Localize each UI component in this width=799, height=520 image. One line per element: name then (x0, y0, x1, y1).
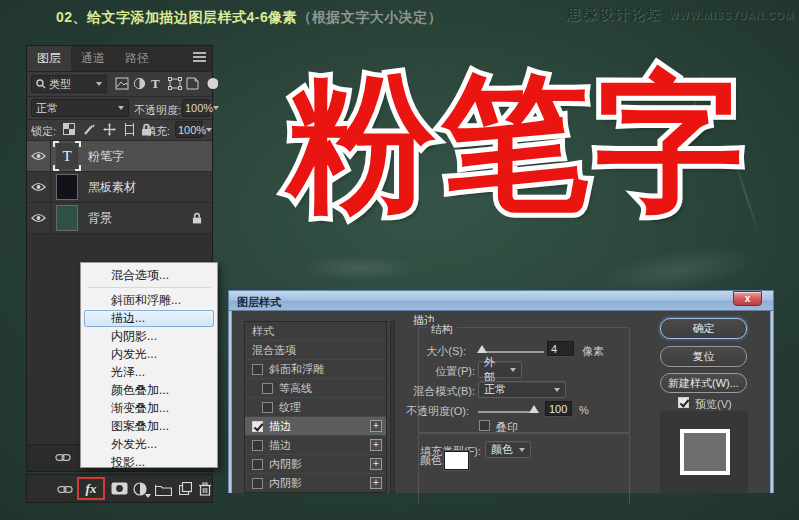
reset-button-label: 复位 (693, 349, 715, 364)
position-label: 位置(P): (401, 364, 475, 379)
ok-button[interactable]: 确定 (660, 318, 747, 339)
new-group-icon[interactable] (155, 484, 172, 496)
thumb-corner (53, 141, 59, 147)
lock-position-icon[interactable] (103, 123, 116, 136)
adjustment-layer-icon[interactable] (133, 482, 147, 496)
checkbox-unchecked[interactable] (252, 440, 263, 451)
checkbox-unchecked[interactable] (252, 478, 263, 489)
lock-pixels-icon[interactable] (83, 123, 96, 136)
layer-thumbnail-text[interactable]: T (56, 143, 78, 169)
checkbox-unchecked[interactable] (252, 459, 263, 470)
menu-item-blending-options[interactable]: 混合选项... (84, 267, 214, 284)
link-layers-icon[interactable] (57, 485, 73, 494)
visibility-toggle[interactable] (27, 172, 51, 202)
layer-thumbnail-image[interactable] (56, 174, 78, 200)
fill-type-dropdown[interactable]: 颜色 (485, 441, 531, 458)
styles-item-label: 等高线 (279, 381, 312, 396)
filter-pixel-layer-icon[interactable] (115, 77, 129, 91)
blend-mode-label: 混合模式(B): (382, 384, 475, 399)
add-effect-icon[interactable]: + (370, 420, 382, 432)
new-style-button[interactable]: 新建样式(W)... (660, 373, 747, 393)
checkbox-unchecked[interactable] (252, 364, 263, 375)
checkbox-checked[interactable] (252, 421, 263, 432)
opacity-slider-track[interactable] (478, 411, 536, 413)
stroke-opacity-value-box[interactable]: 100 (545, 401, 572, 416)
menu-item-outer-glow[interactable]: 外发光... (84, 436, 214, 453)
checkbox-unchecked[interactable] (262, 383, 273, 394)
styles-list-item-stroke2[interactable]: 描边+ (245, 436, 386, 455)
fx-highlight-box: fx (77, 477, 105, 500)
screenshot-stage: 02、给文字添加描边图层样式4-6像素（根据文字大小决定） 思缘设计论坛 WWW… (0, 0, 799, 520)
tab-paths[interactable]: 路径 (115, 46, 159, 71)
position-dropdown[interactable]: 外部 (478, 361, 522, 378)
menu-item-color-overlay[interactable]: 颜色叠加... (84, 382, 214, 399)
menu-item-satin[interactable]: 光泽... (84, 364, 214, 381)
dialog-titlebar[interactable]: 图层样式 (228, 290, 774, 311)
opacity-value-box[interactable]: 100% (182, 99, 210, 117)
menu-item-gradient-overlay[interactable]: 渐变叠加... (84, 400, 214, 417)
blend-mode-dropdown[interactable]: 正常 (478, 381, 566, 398)
visibility-toggle[interactable] (27, 203, 51, 233)
styles-list-item-inner-shadow2[interactable]: 内阴影+ (245, 474, 386, 493)
filter-smart-object-icon[interactable] (186, 77, 200, 91)
menu-item-inner-shadow[interactable]: 内阴影... (84, 328, 214, 345)
delete-layer-icon[interactable] (199, 482, 211, 496)
opacity-value: 100% (185, 102, 213, 114)
styles-list-item-texture[interactable]: 纹理 (245, 398, 386, 417)
visibility-toggle[interactable] (27, 141, 51, 171)
add-effect-icon[interactable]: + (370, 477, 382, 489)
link-layers-icon[interactable] (55, 453, 71, 462)
filter-extra-icon[interactable] (205, 77, 219, 91)
layer-thumbnail-background[interactable] (56, 205, 78, 231)
menu-item-drop-shadow[interactable]: 投影... (84, 454, 214, 471)
filter-shape-icon[interactable] (168, 77, 182, 91)
add-effect-icon[interactable]: + (370, 458, 382, 470)
filter-adjustment-icon[interactable] (133, 77, 147, 91)
blend-mode-dropdown[interactable]: 正常 (31, 99, 129, 117)
tab-channels[interactable]: 通道 (71, 46, 115, 71)
styles-item-label: 斜面和浮雕 (269, 362, 324, 377)
styles-list-item-blending-options[interactable]: 混合选项 (245, 341, 386, 360)
new-layer-icon[interactable] (179, 482, 192, 495)
menu-item-pattern-overlay[interactable]: 图案叠加... (84, 418, 214, 435)
layer-mask-icon[interactable] (111, 482, 128, 495)
chevron-down-icon (118, 106, 124, 110)
styles-list-item-styles[interactable]: 样式 (245, 322, 386, 341)
tab-layers[interactable]: 图层 (27, 46, 71, 71)
reset-button[interactable]: 复位 (660, 346, 747, 367)
styles-item-label: 纹理 (279, 400, 301, 415)
styles-list-item-bevel-emboss[interactable]: 斜面和浮雕 (245, 360, 386, 379)
overprint-checkbox[interactable] (479, 420, 490, 431)
size-slider-track[interactable] (478, 351, 544, 353)
size-value-box[interactable]: 4 (547, 341, 574, 356)
chevron-down-icon (519, 448, 525, 452)
layer-row-blackboard[interactable]: 黑板素材 (27, 172, 212, 203)
opacity-slider-thumb[interactable] (529, 405, 539, 413)
styles-list-item-inner-shadow[interactable]: 内阴影+ (245, 455, 386, 474)
preview-checkbox[interactable] (678, 397, 689, 408)
menu-item-stroke[interactable]: 描边... (84, 310, 214, 327)
menu-item-label: 外发光... (111, 436, 157, 453)
filter-type-icon[interactable]: T (151, 76, 165, 90)
chevron-down-icon[interactable] (213, 106, 219, 110)
chevron-down-icon[interactable] (206, 128, 212, 132)
size-slider-thumb[interactable] (477, 345, 487, 353)
add-effect-icon[interactable]: + (370, 439, 382, 451)
menu-item-inner-glow[interactable]: 内发光... (84, 346, 214, 363)
close-button[interactable]: x (733, 291, 762, 306)
panel-menu-icon[interactable] (193, 56, 206, 58)
fill-value-box[interactable]: 100% (175, 121, 203, 138)
layer-row-chalk-text[interactable]: T 粉笔字 (27, 141, 212, 172)
checkbox-unchecked[interactable] (262, 402, 273, 413)
layer-style-fx-button[interactable]: fx (86, 481, 97, 497)
styles-list-item-contour[interactable]: 等高线 (245, 379, 386, 398)
menu-item-label: 混合选项... (111, 267, 169, 284)
layer-lock-icon (192, 212, 202, 224)
lock-artboard-icon[interactable] (123, 123, 136, 136)
styles-list-item-stroke-selected[interactable]: 描边+ (245, 417, 386, 436)
menu-item-bevel-emboss[interactable]: 斜面和浮雕... (84, 292, 214, 309)
lock-transparency-icon[interactable] (63, 123, 76, 136)
filter-kind-dropdown[interactable]: 类型 (31, 75, 107, 93)
layer-row-background[interactable]: 背景 (27, 203, 212, 234)
stroke-color-swatch[interactable] (444, 451, 469, 470)
